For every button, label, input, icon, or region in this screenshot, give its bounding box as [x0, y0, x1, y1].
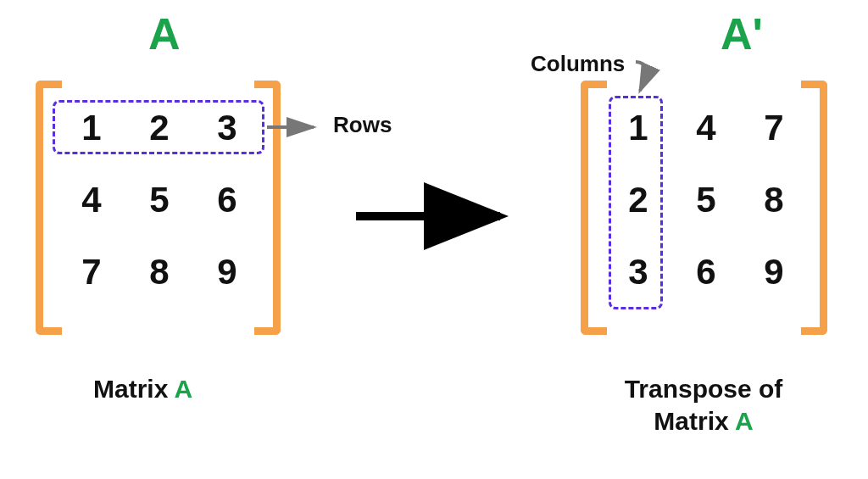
matrix-at-left-bracket — [581, 81, 607, 335]
caption-text: Matrix — [93, 375, 175, 403]
matrix-at-cell: 6 — [696, 252, 715, 292]
matrix-a-cell: 7 — [81, 252, 101, 292]
matrix-a-transpose-title: A' — [721, 8, 763, 59]
matrix-at-cell: 4 — [696, 108, 715, 148]
caption-text: Transpose of — [625, 375, 783, 403]
caption-a-letter: A — [175, 375, 193, 403]
caption-a-letter: A — [735, 407, 754, 435]
matrix-a-cell: 4 — [81, 180, 101, 220]
matrix-a-cell: 5 — [149, 180, 169, 220]
columns-label: Columns — [531, 51, 625, 77]
matrix-at-cell: 8 — [764, 180, 783, 220]
matrix-a-cell: 9 — [217, 252, 236, 292]
matrix-a-title: A — [148, 8, 181, 59]
matrix-a-cell: 8 — [149, 252, 169, 292]
matrix-a-caption: Matrix A — [93, 373, 192, 405]
matrix-at-caption: Transpose of Matrix A — [576, 373, 831, 437]
matrix-at-cell: 5 — [696, 180, 715, 220]
matrix-at-column-highlight — [609, 96, 663, 309]
matrix-a-cell: 6 — [217, 180, 236, 220]
rows-label: Rows — [333, 112, 392, 138]
transform-arrow-icon — [352, 195, 521, 237]
matrix-a-row-highlight — [53, 100, 264, 154]
matrix-at-cell: 9 — [764, 252, 783, 292]
rows-arrow-icon — [267, 114, 326, 140]
caption-text: Matrix — [654, 407, 735, 435]
columns-arrow-icon — [627, 55, 661, 102]
matrix-at-cell: 7 — [764, 108, 783, 148]
